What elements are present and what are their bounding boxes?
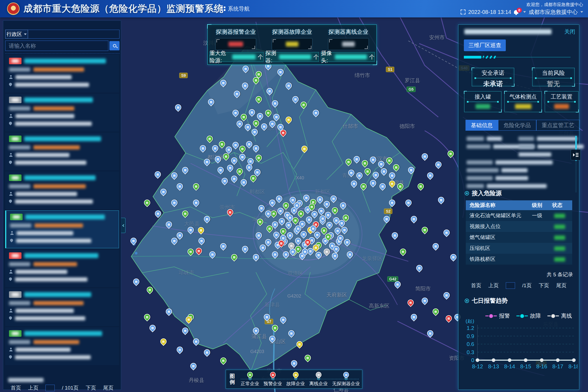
company-card[interactable] [5,55,119,93]
road-shield: G5 [407,87,416,92]
building-icon: ▦ [229,166,231,169]
3d-patrol-button[interactable]: 三维厂区巡查 [464,39,506,51]
building-icon: ▦ [272,212,275,215]
radio-bullet-icon [465,191,469,195]
building-icon: ▦ [200,229,202,232]
chart-legend-item[interactable]: 报警 [485,312,510,320]
svg-text:8-16: 8-16 [536,363,547,369]
company-card[interactable] [5,327,119,365]
region-select[interactable]: 行政区 [5,30,28,39]
company-card[interactable] [5,171,119,209]
page-first[interactable]: 首页 [11,384,21,391]
grid-icon [221,7,225,11]
tab-1[interactable]: 危险化学品 [498,120,536,131]
company-card[interactable] [5,133,119,170]
record-count: 共 5 条记录 [547,271,573,278]
fullscreen-icon[interactable] [461,10,465,14]
building-icon: ▦ [233,159,235,162]
chevron-down-icon [24,33,27,35]
building-icon: ▦ [252,177,255,180]
divider [5,53,120,54]
building-icon: ▦ [340,222,343,225]
person-icon [10,231,14,235]
building-icon: ▦ [388,159,391,162]
chevron-down-icon[interactable] [580,11,583,13]
building-icon: ▦ [195,340,197,343]
page-prev[interactable]: 上页 [28,384,38,391]
chevron-down-icon[interactable] [523,11,526,13]
building-icon: ▦ [391,182,393,185]
page-next[interactable]: 下页 [539,282,549,289]
hazard-section-header: 接入危险源 [465,189,502,197]
building-icon: ▦ [372,182,374,185]
person-icon [9,348,13,351]
building-icon: ▦ [200,239,203,242]
building-icon: ▦ [275,115,278,118]
hazard-row[interactable]: 视频接入点位 [466,221,572,232]
stat-card: 探测器离线企业 [320,25,376,52]
company-card[interactable] [5,210,119,248]
building-icon: ▦ [350,171,353,174]
hazard-row[interactable]: 铁路栈桥区 [466,254,572,265]
legend-item: ▦ 离线企业 [309,372,328,387]
building-icon: ▦ [178,185,181,188]
map-label: 新都区 [315,188,330,195]
page-last[interactable]: 尾页 [556,282,566,289]
company-card[interactable] [5,249,119,287]
building-icon: ▦ [297,247,299,250]
road-shield: S2 [384,209,392,214]
building-icon: ▦ [255,256,257,259]
page-input[interactable] [45,385,55,391]
scrollbar[interactable] [575,136,577,192]
search-button[interactable] [109,41,120,50]
page-prev[interactable]: 上页 [488,282,499,289]
bell-icon[interactable]: 0 [514,10,518,14]
system-nav-button[interactable]: 系统导航 [221,0,250,17]
page-input[interactable] [506,282,515,289]
building-icon: ▦ [399,185,402,188]
hazard-row[interactable]: 燃气储罐区 [466,232,572,243]
page-next[interactable]: 下页 [86,384,96,391]
info-row-blurred [467,136,571,141]
notification-badge: 0 [517,8,522,13]
hazard-row[interactable]: 液化石油气储罐区单元一级 [466,210,572,221]
search-input[interactable] [5,41,108,51]
panel-expand-button[interactable] [571,149,581,160]
building-icon: ▦ [437,163,440,166]
sidebar-collapse-tab[interactable] [121,218,125,233]
building-icon: ▦ [333,254,336,257]
building-icon: ▦ [301,222,304,225]
building-icon: ▦ [293,362,295,365]
building-icon: ▦ [227,148,230,151]
building-icon: ▦ [332,197,335,200]
page-first[interactable]: 首页 [471,282,481,289]
building-icon: ▦ [447,317,450,320]
chart-legend-item[interactable]: 故障 [516,312,541,320]
company-card[interactable] [5,288,119,326]
tab-2[interactable]: 重点监管工艺 [536,120,580,131]
building-icon: ▦ [268,90,271,93]
building-icon: ▦ [267,212,270,215]
building-icon: ▦ [291,250,294,253]
building-icon: ▦ [135,280,137,283]
chart-legend-item[interactable]: 离线 [547,312,572,320]
page-last[interactable]: 尾页 [103,384,114,391]
building-icon: ▦ [233,177,235,180]
close-button[interactable]: 关闭 [564,28,575,35]
legend-item: ▦ 无探测器企业 [332,372,360,387]
road-shield: S1 [386,67,394,72]
building-icon: ▦ [419,185,422,188]
building-icon: ▦ [294,98,297,101]
building-icon: ▦ [189,250,192,253]
chart-legend: 报警 故障 离线 [458,312,579,320]
company-card[interactable] [5,94,119,131]
hazard-row[interactable]: 压缩机区 [466,243,572,254]
building-icon: ▦ [423,228,426,231]
user-name[interactable]: 成都市应急救援中心 [529,8,578,16]
status-badge [9,58,22,64]
building-icon: ▦ [184,212,186,215]
legend-items: ▦ 正常企业 ▦ 预警企业 ▦ 故障企业 ▦ 离线企业 ▦ 无探测器企业 [238,370,362,388]
person-icon [9,75,13,79]
building-icon: ▦ [290,244,293,247]
tab-0[interactable]: 基础信息 [465,120,498,131]
